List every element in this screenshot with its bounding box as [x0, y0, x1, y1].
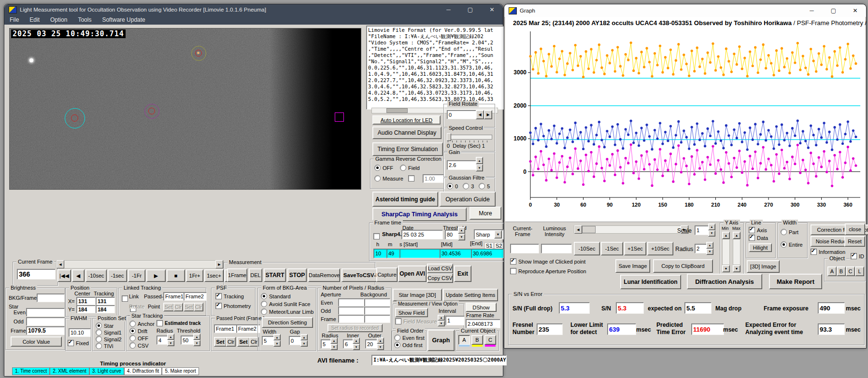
threshold-spinner[interactable]: ▲▼	[458, 227, 465, 240]
frame-rate-field[interactable]: 2.0408173	[466, 319, 500, 328]
video-frame[interactable]: 2025 03 25 10:49:30.714	[9, 28, 361, 190]
gaussian-3-radio[interactable]	[463, 183, 469, 189]
graph-scroll-left-icon[interactable]: ◀	[574, 225, 582, 234]
del-button[interactable]: DEL	[249, 268, 262, 282]
more-button[interactable]: More	[470, 207, 501, 220]
estimated-track-checkbox[interactable]	[157, 320, 163, 326]
go-first-button[interactable]: |◀◀	[57, 269, 71, 282]
limovie-titlebar[interactable]: Light Measurement tool for Occultation O…	[4, 4, 503, 15]
line-axis-checkbox[interactable]	[749, 227, 755, 233]
object-a-button[interactable]: A	[458, 335, 470, 345]
pixels-frame-bkg-field[interactable]	[364, 315, 390, 323]
plus-1frame-button[interactable]: 1Fr+	[186, 269, 203, 282]
current-frame-field[interactable]: 366	[17, 269, 56, 280]
inner-spinner[interactable]: ▲▼	[353, 337, 360, 350]
mid-field[interactable]: 30.4536	[440, 249, 473, 258]
s1-label[interactable]: S1	[484, 242, 494, 249]
timing-error-simulation-button[interactable]: Timing Error Simulation	[372, 142, 443, 156]
open-avi-button[interactable]: Open AVI	[398, 266, 427, 282]
object-c-button[interactable]: C	[484, 335, 496, 345]
width-part-radio[interactable]	[781, 229, 787, 235]
diffraction-analysis-button[interactable]: Diffraction Analysis	[687, 274, 762, 289]
id-checkbox[interactable]	[851, 253, 857, 259]
track-radius-spinner[interactable]: ▲▼	[167, 334, 174, 346]
pixels-frame-aperture-field[interactable]	[338, 315, 364, 323]
graph-minimize-icon[interactable]: ─	[801, 4, 823, 17]
scroll-left-icon[interactable]: ◀	[57, 260, 64, 268]
track-drift-radio[interactable]	[129, 328, 136, 334]
pos-y1-field[interactable]: 184	[76, 305, 96, 313]
gain-spinner[interactable]: ▲▼	[476, 157, 483, 171]
predicted-error-field[interactable]: 11690	[691, 323, 724, 335]
gaussian-0-radio[interactable]	[447, 183, 453, 189]
psf-photometry-checkbox[interactable]	[215, 303, 222, 309]
gamma-measure-radio[interactable]	[374, 175, 381, 182]
bkg-gap-spinner[interactable]: ▲▼	[300, 334, 308, 347]
tab-xml-element[interactable]: 2. XML element	[50, 367, 89, 375]
capture-button[interactable]: Capture	[376, 267, 398, 282]
scrollbar-thumb[interactable]	[386, 108, 408, 113]
pos-x2-field[interactable]: 131	[96, 297, 115, 305]
scale-spinner[interactable]: ▲▼	[708, 224, 715, 237]
gain-field[interactable]: 2.6	[447, 160, 477, 170]
copy-to-clipboard-button[interactable]: Copy to ClipBoard	[653, 259, 713, 273]
graph-object-a-button[interactable]: A	[827, 266, 837, 276]
posset-tivi-radio[interactable]	[96, 343, 102, 349]
date-field[interactable]: 25 03 25	[401, 230, 443, 239]
linked-set1-button[interactable]: Set	[163, 303, 174, 311]
selection-square-magenta[interactable]	[335, 112, 344, 122]
star-even-field[interactable]	[26, 308, 65, 317]
end-field[interactable]: 30.6986	[471, 249, 504, 258]
play-button[interactable]: ▶	[146, 269, 166, 282]
track-off-radio[interactable]	[129, 335, 136, 341]
close-icon[interactable]: ✕	[481, 4, 503, 15]
tab-make-report[interactable]: 5. Make report	[162, 367, 199, 375]
graph-current-frame-field[interactable]	[510, 244, 539, 253]
auto-location-led-button[interactable]: Auto Location for LED	[372, 115, 441, 125]
reproduce-aperture-checkbox[interactable]	[510, 268, 516, 274]
minus-1frame-button[interactable]: -1Fr	[128, 269, 145, 282]
bkg-avoid-sunlit-radio[interactable]	[261, 301, 267, 307]
show-field-button[interactable]: Show Field	[395, 308, 428, 317]
operation-guide-button[interactable]: Operation Guide	[440, 192, 496, 207]
sn-field[interactable]: 5.3	[616, 302, 644, 314]
sharpcap-timing-analysis-button[interactable]: SharpCap Timing Analysis	[372, 208, 467, 221]
gaussian-5-radio[interactable]	[479, 183, 485, 189]
pos-x1-field[interactable]: 131	[76, 297, 96, 305]
passed-clr1-button[interactable]: Clr	[226, 337, 236, 347]
light-curve-chart[interactable]: 2025 Mar 25; (23144) 2000 AY182 occults …	[505, 17, 865, 222]
combo-dropdown-icon[interactable]: ▼	[494, 230, 502, 238]
information-checkbox[interactable]	[811, 249, 817, 255]
lunar-identification-button[interactable]: Lunar Identification	[620, 275, 681, 289]
copy-csv-button[interactable]: Copy CSV	[427, 273, 453, 283]
direction-setting-button[interactable]: Direction Setting	[262, 317, 313, 328]
minimize-icon[interactable]: ─	[438, 4, 459, 15]
field-measure-checkbox[interactable]	[395, 318, 401, 324]
passed-frame1-field[interactable]: Frame1	[214, 324, 238, 333]
expected-mag-field[interactable]: 5.5	[684, 302, 711, 314]
reset-button[interactable]: Reset	[844, 236, 865, 247]
light-curve-plot[interactable]: 0100020003000030609012015018021024027030…	[505, 28, 865, 221]
menu-edit[interactable]: Edit	[24, 16, 45, 23]
fwhm-fixed-checkbox[interactable]	[68, 340, 74, 346]
radius-spinner[interactable]: ▲▼	[330, 337, 338, 350]
graph-luminous-field[interactable]	[541, 244, 572, 253]
pixels-even-aperture-field[interactable]	[338, 298, 364, 307]
bkg-meteor-limb-radio[interactable]	[261, 308, 267, 315]
posset-signal1-radio[interactable]	[96, 329, 102, 336]
s2-label[interactable]: S2	[494, 242, 503, 249]
minus-10sec-graph-button[interactable]: -10Sec	[574, 242, 600, 255]
interval-field[interactable]: 1	[445, 316, 465, 325]
sn-full-drop-field[interactable]: 5.3	[559, 302, 590, 314]
speed-slider-track[interactable]	[447, 135, 492, 140]
graph-object-l-button[interactable]: L	[855, 266, 864, 276]
start-button[interactable]: START	[264, 268, 286, 282]
tab-light-curve[interactable]: 3. Light curve	[89, 367, 124, 375]
load-csv-button[interactable]: Load CSV	[427, 264, 453, 273]
pixels-even-bkg-field[interactable]	[364, 298, 390, 307]
sharp-combobox[interactable]: Sharp▼	[474, 229, 504, 239]
frame-exposure-field[interactable]: 490	[818, 302, 845, 314]
hilight-button[interactable]: Hilight	[749, 243, 772, 252]
object-b-button[interactable]: B	[471, 335, 483, 345]
track-anchor-radio[interactable]	[129, 321, 136, 327]
